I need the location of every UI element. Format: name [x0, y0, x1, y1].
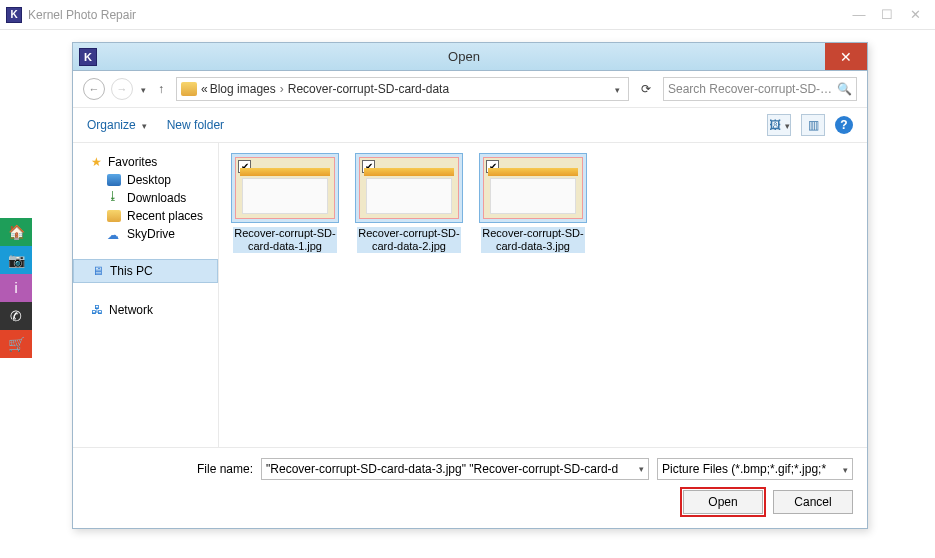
minimize-button[interactable]: — — [845, 4, 873, 26]
up-button[interactable]: ↑ — [152, 80, 170, 98]
home-tab[interactable]: 🏠 — [0, 218, 32, 246]
file-type-filter[interactable]: Picture Files (*.bmp;*.gif;*.jpg;* — [657, 458, 853, 480]
history-dropdown[interactable] — [139, 82, 146, 96]
app-titlebar: K Kernel Photo Repair — ☐ ✕ — [0, 0, 935, 30]
phone-tab[interactable]: ✆ — [0, 302, 32, 330]
navigation-pane: ★ Favorites Desktop Downloads Recent pla… — [73, 143, 219, 447]
recent-icon — [107, 210, 121, 222]
forward-button[interactable]: → — [111, 78, 133, 100]
thumbnail: ✔ — [235, 157, 335, 219]
chevron-down-icon[interactable] — [637, 461, 644, 475]
help-icon[interactable]: ? — [835, 116, 853, 134]
desktop-icon — [107, 174, 121, 186]
dialog-titlebar[interactable]: K Open ✕ — [73, 43, 867, 71]
search-input[interactable]: Search Recover-corrupt-SD-c… 🔍 — [663, 77, 857, 101]
chevron-down-icon — [841, 462, 848, 476]
star-icon: ★ — [91, 155, 102, 169]
file-item[interactable]: ✔ Recover-corrupt-SD-card-data-2.jpg — [355, 153, 463, 253]
dialog-footer: File name: "Recover-corrupt-SD-card-data… — [73, 447, 867, 528]
open-button[interactable]: Open — [683, 490, 763, 514]
file-item[interactable]: ✔ Recover-corrupt-SD-card-data-3.jpg — [479, 153, 587, 253]
breadcrumb-dropdown[interactable] — [609, 82, 624, 96]
downloads-icon — [107, 192, 121, 204]
search-placeholder: Search Recover-corrupt-SD-c… — [668, 82, 837, 96]
dialog-title: Open — [103, 49, 825, 64]
nav-this-pc[interactable]: 🖥 This PC — [73, 259, 218, 283]
breadcrumb-seg-2[interactable]: Recover-corrupt-SD-card-data — [288, 82, 449, 96]
file-name-label-text: File name: — [197, 462, 253, 476]
back-button[interactable]: ← — [83, 78, 105, 100]
breadcrumb-sep: › — [280, 82, 284, 96]
file-item[interactable]: ✔ Recover-corrupt-SD-card-data-1.jpg — [231, 153, 339, 253]
pc-icon: 🖥 — [92, 264, 104, 278]
thumbnail: ✔ — [359, 157, 459, 219]
cart-tab[interactable]: 🛒 — [0, 330, 32, 358]
network-icon: 🖧 — [91, 303, 103, 317]
skydrive-icon — [107, 228, 121, 240]
folder-icon — [181, 82, 197, 96]
search-icon: 🔍 — [837, 82, 852, 96]
organize-menu[interactable]: Organize — [87, 118, 147, 132]
address-bar: ← → ↑ « Blog images › Recover-corrupt-SD… — [73, 71, 867, 108]
preview-pane-button[interactable]: ▥ — [801, 114, 825, 136]
dialog-close-button[interactable]: ✕ — [825, 43, 867, 70]
nav-desktop[interactable]: Desktop — [73, 171, 218, 189]
info-tab[interactable]: i — [0, 274, 32, 302]
refresh-button[interactable]: ⟳ — [635, 78, 657, 100]
close-button[interactable]: ✕ — [901, 4, 929, 26]
view-mode-button[interactable]: 🖼 — [767, 114, 791, 136]
new-folder-button[interactable]: New folder — [167, 118, 224, 132]
dialog-icon: K — [79, 48, 97, 66]
file-name-label: Recover-corrupt-SD-card-data-1.jpg — [233, 227, 337, 253]
file-name-label: Recover-corrupt-SD-card-data-2.jpg — [357, 227, 461, 253]
breadcrumb-root[interactable]: « — [201, 82, 208, 96]
nav-downloads[interactable]: Downloads — [73, 189, 218, 207]
camera-tab[interactable]: 📷 — [0, 246, 32, 274]
nav-recent-places[interactable]: Recent places — [73, 207, 218, 225]
thumbnail: ✔ — [483, 157, 583, 219]
file-list[interactable]: ✔ Recover-corrupt-SD-card-data-1.jpg ✔ R… — [219, 143, 867, 447]
breadcrumb[interactable]: « Blog images › Recover-corrupt-SD-card-… — [176, 77, 629, 101]
favorites-group[interactable]: ★ Favorites — [73, 151, 218, 171]
file-name-input[interactable]: "Recover-corrupt-SD-card-data-3.jpg" "Re… — [261, 458, 649, 480]
app-title: Kernel Photo Repair — [28, 8, 136, 22]
breadcrumb-seg-1[interactable]: Blog images — [210, 82, 276, 96]
nav-skydrive[interactable]: SkyDrive — [73, 225, 218, 243]
maximize-button[interactable]: ☐ — [873, 4, 901, 26]
file-name-label: Recover-corrupt-SD-card-data-3.jpg — [481, 227, 585, 253]
open-file-dialog: K Open ✕ ← → ↑ « Blog images › Recover-c… — [72, 42, 868, 529]
toolbar: Organize New folder 🖼 ▥ ? — [73, 108, 867, 143]
app-icon: K — [6, 7, 22, 23]
left-tab-strip: 🏠 📷 i ✆ 🛒 — [0, 218, 32, 358]
nav-network[interactable]: 🖧 Network — [73, 299, 218, 321]
cancel-button[interactable]: Cancel — [773, 490, 853, 514]
